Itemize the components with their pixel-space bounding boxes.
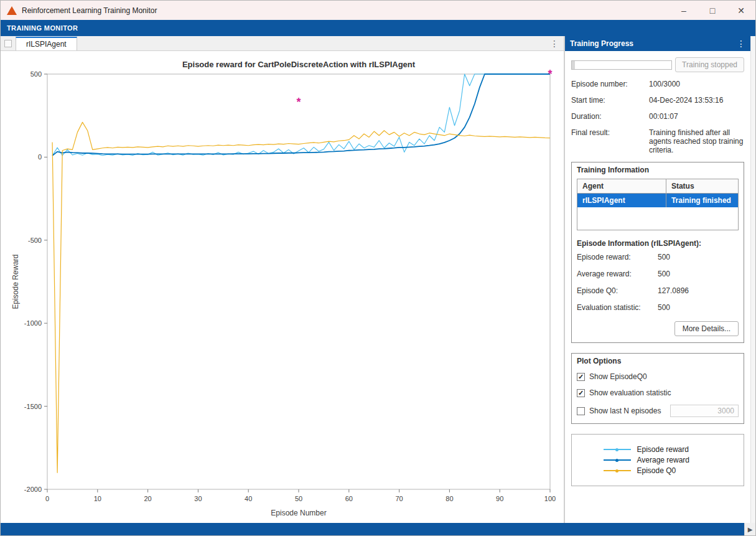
section-title: Plot Options [572,354,744,369]
section-title: Training Information [572,162,744,177]
svg-text:-500: -500 [28,237,42,244]
panel-title: Training Progress [570,39,633,48]
panel-header: Training Progress ⋮ [565,36,750,51]
field-label: Episode number: [571,80,649,88]
maximize-button[interactable]: □ [698,1,727,20]
ribbon-bar: TRAINING MONITOR [1,20,755,36]
svg-text:50: 50 [295,495,302,502]
matlab-logo-icon [7,6,17,15]
episode-reward-row: Episode reward: 500 [572,253,744,270]
close-button[interactable]: ✕ [727,1,755,20]
svg-text:90: 90 [496,495,503,502]
legend-line-swatch [604,470,631,471]
field-label: Evaluation statistic: [577,303,658,312]
more-details-row: More Details... [572,320,744,342]
duration-row: Duration: 00:01:07 [571,112,744,121]
legend-item-episode-reward: Episode reward [604,445,712,454]
svg-text:10: 10 [94,495,101,502]
field-value: 100/3000 [649,80,744,88]
svg-text:*: * [548,68,552,80]
checkbox-icon[interactable] [577,407,585,415]
svg-text:100: 100 [544,495,556,502]
svg-text:80: 80 [446,495,453,502]
tab-rilspiagent[interactable]: rILSPIAgent [16,37,77,50]
field-label: Average reward: [577,270,658,278]
last-n-episodes-input[interactable] [670,405,739,417]
field-label: Duration: [571,112,649,121]
column-header-agent: Agent [577,179,666,194]
training-progress-panel: Training Progress ⋮ Training stopped Epi… [565,36,750,523]
checkbox-icon[interactable]: ✓ [577,373,585,381]
show-last-n-episodes-checkbox[interactable]: Show last N episodes [572,401,744,423]
svg-text:500: 500 [30,70,42,78]
legend-dot [615,448,618,451]
svg-text:Episode Number: Episode Number [271,509,326,517]
average-reward-row: Average reward: 500 [572,270,744,286]
window-title: Reinforcement Learning Training Monitor [22,6,157,15]
checkbox-label: Show EpisodeQ0 [589,372,647,381]
field-label: Final result: [571,128,649,154]
field-value: 00:01:07 [649,112,744,121]
svg-text:20: 20 [144,495,151,502]
dock-icon[interactable] [4,40,12,47]
agent-cell[interactable]: rILSPIAgent [577,194,666,207]
panel-body: Training stopped Episode number: 100/300… [565,51,750,523]
legend-dot [615,469,618,473]
field-value: 500 [658,270,670,278]
panel-menu-icon[interactable]: ⋮ [737,39,745,49]
legend-dot [615,459,618,462]
field-value: 500 [658,253,670,261]
progress-row: Training stopped [571,57,744,72]
more-details-button[interactable]: More Details... [674,321,739,336]
svg-text:-2000: -2000 [24,486,42,493]
show-episodeq0-checkbox[interactable]: ✓ Show EpisodeQ0 [572,369,744,385]
episode-q0-row: Episode Q0: 127.0896 [572,286,744,303]
legend-item-average-reward: Average reward [604,456,712,464]
episode-information-title: Episode Information (rILSPIAgent): [572,237,744,253]
table-row[interactable]: rILSPIAgent Training finished [577,194,738,207]
checkbox-icon[interactable]: ✓ [577,389,585,397]
chart-legend: Episode reward Average reward Episode Q0 [571,434,744,486]
window-controls: – □ ✕ [670,1,755,20]
training-information-section: Training Information Agent Status rILSPI… [571,162,744,343]
field-value: 500 [658,303,670,312]
show-evaluation-statistic-checkbox[interactable]: ✓ Show evaluation statistic [572,385,744,401]
legend-line-swatch [604,449,631,450]
svg-text:60: 60 [345,495,353,502]
agent-status-table: Agent Status rILSPIAgent Training finish… [577,179,739,230]
svg-text:40: 40 [245,495,252,502]
expand-arrow-icon[interactable]: ▶ [744,523,755,535]
app-window: Reinforcement Learning Training Monitor … [0,0,756,536]
chart-area: Episode reward for CartPoleDiscreteActio… [1,51,564,526]
progress-bar [571,60,672,70]
status-cell[interactable]: Training finished [666,194,738,207]
plot-options-section: Plot Options ✓ Show EpisodeQ0 ✓ Show eva… [571,353,744,424]
main-content: rILSPIAgent ⋮ Episode reward for CartPol… [1,36,755,523]
svg-text:0: 0 [45,495,49,502]
episode-reward-chart: Episode reward for CartPoleDiscreteActio… [1,51,564,524]
legend-item-episode-q0: Episode Q0 [604,466,712,475]
start-time-row: Start time: 04-Dec-2024 13:53:16 [571,96,744,105]
minimize-button[interactable]: – [670,1,698,20]
ribbon-tab-training-monitor[interactable]: TRAINING MONITOR [7,24,78,32]
checkbox-label: Show last N episodes [589,407,661,415]
final-result-row: Final result: Training finished after al… [571,128,744,154]
svg-text:-1500: -1500 [24,403,42,410]
checkbox-label: Show evaluation statistic [589,388,671,397]
legend-label: Episode Q0 [637,466,676,475]
svg-text:Episode reward for CartPoleDis: Episode reward for CartPoleDiscreteActio… [182,60,416,69]
field-value: 127.0896 [658,286,689,295]
field-value: Training finished after all agents reach… [649,128,744,154]
svg-text:*: * [296,96,301,108]
chart-section: rILSPIAgent ⋮ Episode reward for CartPol… [1,36,564,523]
progress-fill [572,61,575,69]
tab-strip: rILSPIAgent ⋮ [1,36,564,51]
legend-label: Episode reward [637,445,689,454]
evaluation-statistic-row: Evaluation statistic: 500 [572,303,744,320]
svg-text:0: 0 [38,153,42,161]
training-stopped-button[interactable]: Training stopped [675,57,744,72]
tabstrip-menu-icon[interactable]: ⋮ [550,39,559,49]
table-header-row: Agent Status [577,179,738,194]
table-empty-area [577,207,738,230]
episode-number-row: Episode number: 100/3000 [571,80,744,88]
